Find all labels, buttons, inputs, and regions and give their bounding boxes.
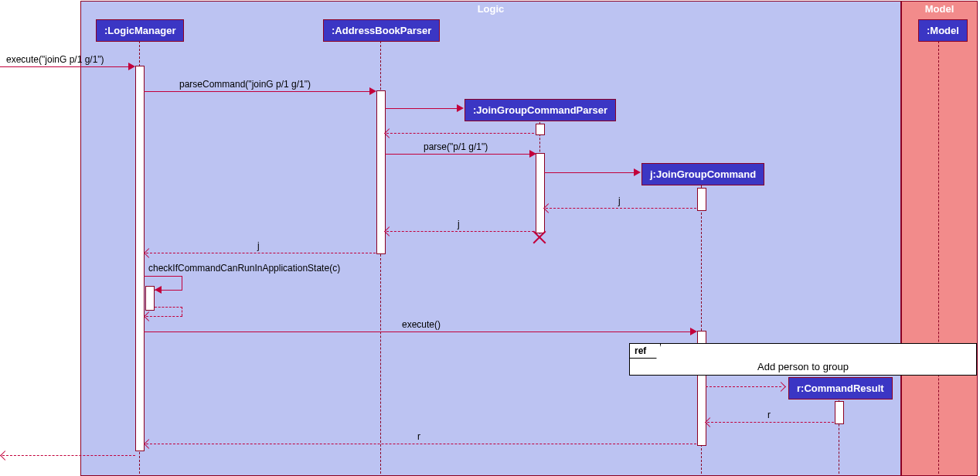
arrow-parsecommand <box>144 91 370 92</box>
arrow-execute1 <box>0 66 129 67</box>
msg-execute2: execute() <box>402 319 441 330</box>
arrow-return-out <box>2 455 135 456</box>
arrow-self-ret-down <box>182 307 182 316</box>
arrow-j2 <box>386 231 534 232</box>
activation-self <box>145 286 155 311</box>
participant-joingroupcommand: j:JoinGroupCommand <box>641 163 764 185</box>
arrow-j3 <box>146 253 376 253</box>
arrow-self-down <box>182 276 182 290</box>
arrow-create-jgcp <box>385 108 458 109</box>
arrowhead-parse <box>529 150 536 158</box>
arrow-self-ret1 <box>155 307 182 308</box>
activation-jgcp2 <box>536 153 545 233</box>
arrow-execute2 <box>144 332 691 332</box>
activation-jgc <box>697 188 706 211</box>
participant-model: :Model <box>918 19 968 42</box>
msg-parse: parse("p/1 g/1") <box>424 141 488 152</box>
msg-checkif: checkIfCommandCanRunInApplicationState(c… <box>148 263 340 274</box>
arrow-parse <box>385 154 530 155</box>
msg-execute1: execute("joinG p/1 g/1") <box>6 54 104 65</box>
activation-addressbookparser <box>376 90 386 254</box>
model-frame-label: Model <box>902 2 977 16</box>
activation-jgcp <box>536 124 545 135</box>
participant-addressbookparser: :AddressBookParser <box>323 19 440 42</box>
arrowhead-parsecommand <box>369 87 376 95</box>
activation-cr <box>835 401 844 424</box>
participant-joingroupcommandparser: :JoinGroupCommandParser <box>464 99 616 121</box>
msg-parsecommand: parseCommand("joinG p/1 g/1") <box>179 79 311 90</box>
ref-box: ref Add person to group <box>629 343 977 376</box>
activation-logicmanager <box>135 66 145 451</box>
lifeline-model <box>938 41 939 474</box>
arrowhead-execute1 <box>128 63 135 70</box>
arrow-r2 <box>146 444 696 444</box>
ref-text: Add person to group <box>630 361 976 372</box>
logic-frame-label: Logic <box>81 2 900 16</box>
arrowhead-self-in <box>155 286 162 294</box>
participant-commandresult: r:CommandResult <box>788 377 893 400</box>
ref-tab: ref <box>630 344 661 359</box>
arrow-self-out <box>144 276 182 277</box>
model-frame: Model <box>901 1 978 476</box>
arrow-create-jgc <box>544 172 635 173</box>
logic-frame: Logic <box>80 1 901 476</box>
arrowhead-return-out <box>0 450 10 461</box>
msg-j3: j <box>257 240 260 251</box>
destroy-jgcp <box>533 230 546 244</box>
arrow-ret-jgcp <box>386 133 534 134</box>
arrow-create-cr <box>706 386 781 387</box>
arrowhead-create-jgc <box>634 168 641 176</box>
msg-j2: j <box>458 219 460 230</box>
arrow-j1 <box>546 208 696 209</box>
msg-r2: r <box>417 431 420 442</box>
arrow-r1 <box>707 422 834 423</box>
arrowhead-create-jgcp <box>457 104 464 112</box>
msg-j1: j <box>618 196 621 206</box>
arrowhead-execute2 <box>690 328 697 335</box>
msg-r1: r <box>767 410 771 420</box>
participant-logicmanager: :LogicManager <box>96 19 184 42</box>
